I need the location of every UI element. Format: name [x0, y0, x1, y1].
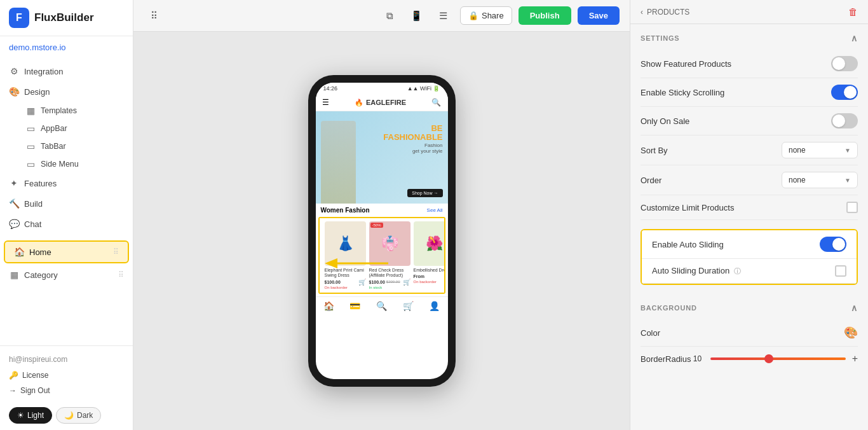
- background-section-label: BACKGROUND ∧: [641, 303, 858, 313]
- logo-text: FluxBuilder: [34, 11, 94, 24]
- sidebar-item-appbar[interactable]: ▭ AppBar: [20, 120, 133, 137]
- sidebar-item-tabbar[interactable]: ▭ TabBar: [20, 137, 133, 155]
- bottom-nav-bag[interactable]: 🛒: [403, 301, 414, 311]
- save-button[interactable]: Save: [578, 6, 620, 25]
- bottom-nav-cart[interactable]: 💳: [349, 301, 360, 311]
- border-radius-label: BorderRadius: [641, 354, 691, 364]
- sticky-scroll-label: Enable Sticky Scrolling: [641, 88, 724, 97]
- highlighted-section: Enable Auto Sliding Auto Sliding Duratio…: [641, 229, 858, 285]
- see-all-link[interactable]: See All: [427, 207, 443, 213]
- sidebar-item-sidemenu[interactable]: ▭ Side Menu: [20, 155, 133, 173]
- sort-by-label: Sort By: [641, 146, 668, 155]
- hero-text: BEFASHIONABLE Fashionget your style: [383, 124, 442, 154]
- layers-icon-button[interactable]: ⧉: [380, 6, 400, 26]
- appbar-icon: ▭: [25, 123, 36, 134]
- background-collapse-button[interactable]: ∧: [851, 303, 858, 313]
- canvas: 14:26 ▲▲ WiFi 🔋 ☰ 🔥 EAGLEFIRE 🔍 BE: [133, 32, 630, 430]
- bottom-nav-search[interactable]: 🔍: [376, 301, 387, 311]
- sticky-scroll-toggle[interactable]: [831, 85, 858, 100]
- moon-icon: 🌙: [64, 411, 74, 420]
- product-price-1: $100.00: [325, 280, 341, 284]
- grid-icon-button[interactable]: ⠿: [144, 6, 164, 26]
- product-status-3: On backorder: [414, 280, 444, 284]
- sidebar: F FluxBuilder demo.mstore.io ⚙ Integrati…: [0, 0, 133, 430]
- sidebar-item-integration[interactable]: ⚙ Integration: [0, 61, 133, 81]
- enable-auto-sliding-row: Enable Auto Sliding: [642, 230, 857, 259]
- sidebar-item-category[interactable]: ▦ Category ⠿: [0, 265, 133, 285]
- share-button[interactable]: 🔒 Share: [460, 6, 512, 25]
- sidemenu-icon: ▭: [25, 159, 36, 169]
- sidebar-item-features[interactable]: ✦ Features: [0, 173, 133, 193]
- panel-title: PRODUCTS: [647, 8, 689, 17]
- sidebar-item-chat[interactable]: 💬 Chat: [0, 214, 133, 234]
- show-featured-toggle[interactable]: [831, 56, 858, 71]
- show-featured-label: Show Featured Products: [641, 59, 731, 69]
- border-radius-row: BorderRadius 10 +: [641, 347, 858, 371]
- panel-header: ‹ PRODUCTS 🗑: [630, 0, 868, 24]
- sidebar-item-design[interactable]: 🎨 Design: [0, 81, 133, 102]
- color-picker-button[interactable]: 🎨: [844, 326, 858, 340]
- panel-back-button[interactable]: ‹ PRODUCTS: [641, 8, 689, 17]
- logo-icon: F: [9, 8, 29, 28]
- border-radius-slider[interactable]: [710, 357, 846, 360]
- color-label: Color: [641, 328, 660, 338]
- light-theme-button[interactable]: ☀ Light: [9, 407, 52, 424]
- product-name-3: Embellished Dress: [414, 268, 444, 273]
- sidebar-nav: ⚙ Integration 🎨 Design ▦ Templates ▭ App…: [0, 59, 133, 345]
- publish-button[interactable]: Publish: [519, 6, 571, 25]
- category-icon: ▦: [9, 270, 19, 280]
- enable-auto-sliding-toggle[interactable]: [820, 237, 846, 252]
- signout-icon: →: [9, 386, 17, 395]
- sidebar-item-home[interactable]: 🏠 Home ⠿: [4, 240, 129, 263]
- sort-by-chevron-icon: ▼: [844, 147, 851, 154]
- only-on-sale-row: Only On Sale: [641, 107, 858, 135]
- sidebar-item-build[interactable]: 🔨 Build: [0, 193, 133, 214]
- main-area: ⠿ ⧉ 📱 ☰ 🔒 Share Publish Save: [133, 0, 630, 430]
- only-on-sale-toggle[interactable]: [831, 113, 858, 128]
- product-status-2: In stock: [369, 286, 410, 289]
- brand-name: 🔥 EAGLEFIRE: [355, 99, 406, 107]
- phone-nav-bar: ☰ 🔥 EAGLEFIRE 🔍: [316, 94, 448, 111]
- site-url[interactable]: demo.mstore.io: [0, 36, 133, 59]
- sun-icon: ☀: [17, 411, 24, 420]
- section-title: Women Fashion: [321, 207, 370, 214]
- sidebar-logo: F FluxBuilder: [0, 0, 133, 36]
- device-icon-button[interactable]: 📱: [407, 6, 427, 26]
- features-icon: ✦: [9, 178, 19, 188]
- drag-handle-category[interactable]: ⠿: [118, 270, 124, 279]
- enable-auto-sliding-label: Enable Auto Sliding: [652, 240, 724, 249]
- drag-handle-home[interactable]: ⠿: [113, 247, 119, 256]
- bottom-nav-profile[interactable]: 👤: [429, 301, 440, 311]
- hero-banner: BEFASHIONABLE Fashionget your style Shop…: [316, 111, 448, 204]
- product-orig-price-2: $200.00: [386, 280, 400, 284]
- design-subnav: ▦ Templates ▭ AppBar ▭ TabBar ▭ Side Men…: [0, 102, 133, 173]
- panel-delete-button[interactable]: 🗑: [848, 6, 858, 17]
- sidebar-item-templates[interactable]: ▦ Templates: [20, 102, 133, 120]
- license-link[interactable]: 🔑 License: [9, 368, 124, 383]
- settings-collapse-button[interactable]: ∧: [851, 33, 858, 43]
- list-icon-button[interactable]: ☰: [433, 6, 454, 26]
- auto-sliding-duration-checkbox[interactable]: [835, 265, 846, 277]
- hamburger-icon: ☰: [322, 98, 329, 107]
- layers-icon: ⧉: [386, 10, 393, 22]
- templates-icon: ▦: [25, 106, 36, 116]
- info-icon[interactable]: ⓘ: [734, 267, 741, 275]
- sort-by-select[interactable]: none ▼: [782, 142, 858, 158]
- border-radius-plus-button[interactable]: +: [852, 353, 858, 364]
- customize-limit-checkbox[interactable]: [846, 202, 858, 213]
- settings-section: SETTINGS ∧ Show Featured Products Enable…: [630, 24, 868, 229]
- signout-link[interactable]: → Sign Out: [9, 383, 124, 398]
- list-icon: ☰: [439, 10, 447, 22]
- product-card-3: 🌺 Embellished Dress From 🛒 On backorder: [414, 221, 444, 289]
- hero-title: BEFASHIONABLE: [383, 124, 442, 142]
- order-select[interactable]: none ▼: [782, 172, 858, 188]
- theme-toggle-group: ☀ Light 🌙 Dark: [0, 402, 133, 430]
- product-price-3: From: [414, 274, 425, 279]
- dark-theme-button[interactable]: 🌙 Dark: [56, 407, 101, 424]
- only-on-sale-label: Only On Sale: [641, 116, 689, 126]
- order-label: Order: [641, 176, 661, 185]
- hero-shop-button[interactable]: Shop Now →: [407, 189, 442, 197]
- color-row: Color 🎨: [641, 319, 858, 347]
- show-featured-row: Show Featured Products: [641, 50, 858, 78]
- bottom-nav-home[interactable]: 🏠: [323, 301, 334, 311]
